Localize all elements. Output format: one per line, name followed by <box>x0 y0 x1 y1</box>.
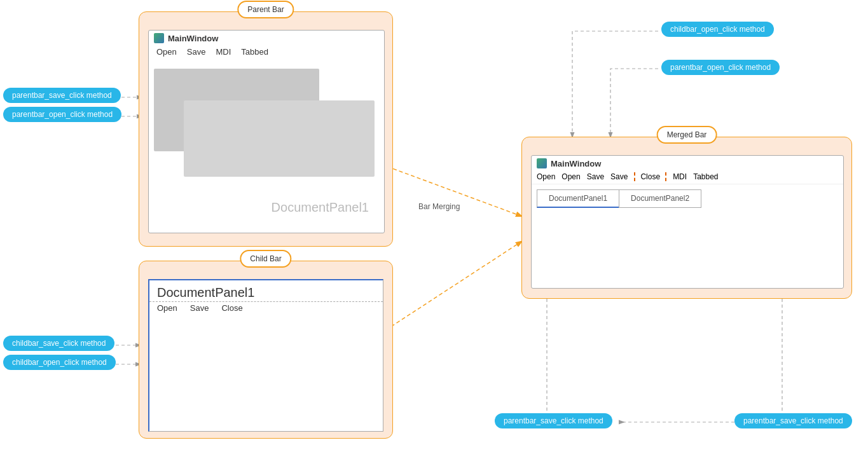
merged-panel2-label: DocumentPanel2 <box>631 194 689 203</box>
badge-childbar-open-click-left: childbar_open_click method <box>3 355 116 370</box>
merged-menu-open2: Open <box>561 172 580 181</box>
merged-window-title: MainWindow <box>551 159 601 168</box>
badge-parentbar-open-click-top: parentbar_open_click method <box>661 60 780 75</box>
parent-doc-panel-area2 <box>184 100 375 177</box>
badge-parentbar-open-click-left: parentbar_open_click method <box>3 107 121 122</box>
parent-bar-box: Parent Bar MainWindow Open Save MDI Tabb… <box>139 11 393 247</box>
badge-parentbar-save-click-bottom-right: parentbar_save_click method <box>734 413 852 428</box>
child-menu-open: Open <box>157 303 177 313</box>
merged-menu-save1: Save <box>587 172 604 181</box>
merged-menu-tabbed: Tabbed <box>693 172 718 181</box>
merged-menu-close: Close <box>640 172 660 181</box>
badge-childbar-open-click-top: childbar_open_click method <box>661 22 774 37</box>
parent-menu-mdi: MDI <box>216 47 231 57</box>
merged-window-title-bar: MainWindow <box>532 156 843 171</box>
parent-menu-open: Open <box>156 47 177 57</box>
child-menu-close: Close <box>221 303 242 313</box>
window-icon <box>154 33 164 43</box>
parent-menu-bar: Open Save MDI Tabbed <box>149 46 384 59</box>
merged-bar-box: Merged Bar MainWindow Open Open Save Sav… <box>521 137 852 299</box>
child-window: DocumentPanel1 Open Save Close <box>148 279 383 432</box>
merged-window: MainWindow Open Open Save Save Close MDI… <box>531 155 844 289</box>
parent-window-title: MainWindow <box>168 34 218 43</box>
parent-window: MainWindow Open Save MDI Tabbed Document… <box>148 30 385 233</box>
merged-window-icon <box>537 158 547 168</box>
badge-parentbar-save-click-bottom-left: parentbar_save_click method <box>495 413 612 428</box>
merged-menu-open1: Open <box>537 172 555 181</box>
merged-panel2: DocumentPanel2 <box>619 189 701 208</box>
child-doc-panel-title: DocumentPanel1 <box>149 280 383 301</box>
merged-bar-pill: Merged Bar <box>657 126 717 144</box>
parent-menu-tabbed: Tabbed <box>241 47 268 57</box>
merged-menu-save2: Save <box>610 172 628 181</box>
parent-doc-panel-label: DocumentPanel1 <box>272 200 369 215</box>
child-menu-bar: Open Save Close <box>149 301 383 318</box>
merged-panel1: DocumentPanel1 <box>537 189 619 208</box>
parent-menu-save: Save <box>187 47 206 57</box>
merged-panel1-label: DocumentPanel1 <box>549 194 607 203</box>
bar-merging-label: Bar Merging <box>418 202 460 211</box>
merged-menu-mdi: MDI <box>673 172 687 181</box>
badge-parentbar-save-click-left: parentbar_save_click method <box>3 88 121 103</box>
parent-window-title-bar: MainWindow <box>149 31 384 46</box>
child-bar-box: Child Bar DocumentPanel1 Open Save Close <box>139 261 393 439</box>
parent-bar-pill: Parent Bar <box>237 1 294 18</box>
child-menu-save: Save <box>190 303 209 313</box>
child-bar-pill: Child Bar <box>240 250 291 268</box>
badge-childbar-save-click: childbar_save_click method <box>3 336 114 351</box>
